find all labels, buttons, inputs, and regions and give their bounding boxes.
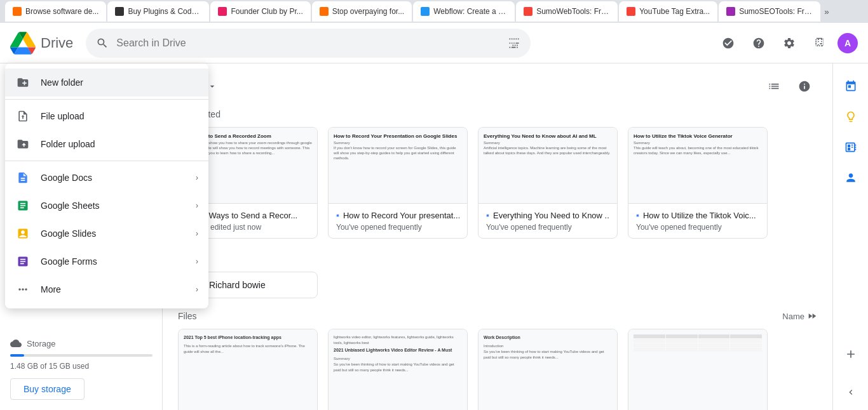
chevron-left-icon xyxy=(846,387,856,397)
new-folder-item[interactable]: New folder xyxy=(5,69,208,96)
doc-icon-1: ▪ xyxy=(336,210,339,220)
contacts-panel-button[interactable] xyxy=(838,165,864,190)
tab-7[interactable]: YouTube Tag Extra... xyxy=(619,1,717,22)
google-slides-icon xyxy=(15,226,31,241)
file-thumb-body-0: This is a form-reading article about how… xyxy=(184,343,312,355)
files-grid: 2021 Top 5 best iPhone location-tracking… xyxy=(178,329,817,410)
file-card-name-3: ▪ How to Utilize the Tiktok Voic... xyxy=(636,210,759,220)
calendar-icon xyxy=(844,80,857,93)
plus-icon xyxy=(844,348,857,360)
folder-upload-label: Folder upload xyxy=(41,139,198,149)
tab-6[interactable]: SumoWebTools: Fre... xyxy=(516,1,618,22)
storage-text-label: Storage xyxy=(27,339,56,348)
suggested-section-title: Suggested xyxy=(178,109,817,119)
sidebar: New folder File upload Fol xyxy=(0,63,163,410)
folder-upload-item[interactable]: Folder upload xyxy=(5,130,208,158)
file-thumb-tags-1: lightworks video editor, lightworks feat… xyxy=(334,334,462,346)
files-section-header: Files Name xyxy=(178,311,817,321)
file-card-thumb-2: Everything You Need to Know about AI and… xyxy=(478,128,617,204)
thumb-text-3: SummaryThis guide will teach you about, … xyxy=(634,141,762,155)
tasks-panel-button[interactable] xyxy=(838,135,864,160)
more-chevron-icon: › xyxy=(196,285,198,294)
file-thumb-card-2[interactable]: Work Description IntroductionSo you've b… xyxy=(478,329,618,410)
tab-label-1: Browse software de... xyxy=(25,7,98,16)
cloud-icon xyxy=(10,338,22,349)
google-sheets-label: Google Sheets xyxy=(41,201,186,211)
file-upload-item[interactable]: File upload xyxy=(5,102,208,130)
buy-storage-button[interactable]: Buy storage xyxy=(10,378,85,400)
file-thumb-inner-0: 2021 Top 5 best iPhone location-tracking… xyxy=(179,329,317,410)
help-button[interactable] xyxy=(746,30,771,56)
file-thumb-title-0: 2021 Top 5 best iPhone location-tracking… xyxy=(184,334,312,341)
check-circle-icon xyxy=(722,37,735,50)
file-thumb-card-3[interactable] xyxy=(628,329,768,410)
file-thumb-card-0[interactable]: 2021 Top 5 best iPhone location-tracking… xyxy=(178,329,318,410)
tab-1[interactable]: Browse software de... xyxy=(5,1,106,22)
file-thumb-card-1[interactable]: lightworks video editor, lightworks feat… xyxy=(328,329,468,410)
add-panel-button[interactable] xyxy=(838,341,864,367)
search-bar[interactable] xyxy=(86,29,531,58)
file-card-1[interactable]: How to Record Your Presentation on Googl… xyxy=(328,127,468,239)
view-list-button[interactable] xyxy=(761,74,787,99)
tab-favicon-8 xyxy=(726,7,735,16)
tab-label-4: Stop overpaying for... xyxy=(332,7,404,16)
settings-icon xyxy=(783,37,796,50)
thumb-title-2: Everything You Need to Know about AI and… xyxy=(484,133,612,140)
google-slides-item[interactable]: Google Slides › xyxy=(5,220,208,248)
more-item[interactable]: More › xyxy=(5,275,208,303)
info-button[interactable] xyxy=(792,74,817,99)
google-forms-item[interactable]: Google Forms › xyxy=(5,248,208,275)
avatar[interactable]: A xyxy=(837,33,858,53)
file-thumb-inner-3 xyxy=(628,329,767,410)
calendar-panel-button[interactable] xyxy=(838,74,864,99)
google-docs-label: Google Docs xyxy=(41,173,186,183)
tab-label-3: Founder Club by Pr... xyxy=(231,7,302,16)
google-sheets-item[interactable]: Google Sheets › xyxy=(5,192,208,220)
folders-section-header: Folders xyxy=(178,254,817,264)
status-check-button[interactable] xyxy=(715,30,741,56)
suggested-cards-grid: Ten Ways to Send a Recorded Zoom This gu… xyxy=(178,127,817,239)
storage-label: Storage xyxy=(10,338,153,349)
more-tabs-button[interactable]: » xyxy=(822,4,831,19)
tab-label-5: Webflow: Create a c... xyxy=(433,7,507,16)
tab-label-8: SumoSEOTools: Fre... xyxy=(739,7,813,16)
tab-favicon-1 xyxy=(13,7,22,16)
google-forms-label: Google Forms xyxy=(41,256,186,267)
tab-favicon-5 xyxy=(421,7,430,16)
apps-button[interactable] xyxy=(807,30,832,56)
new-menu-dropdown: New folder File upload Fol xyxy=(5,63,208,308)
sort-button[interactable]: Name xyxy=(782,311,817,321)
file-card-name-1: ▪ How to Record Your presentat... xyxy=(336,210,459,220)
tab-2[interactable]: Buy Plugins & Code... xyxy=(107,1,209,22)
file-card-2[interactable]: Everything You Need to Know about AI and… xyxy=(478,127,618,239)
tab-3[interactable]: Founder Club by Pr... xyxy=(210,1,310,22)
tab-4[interactable]: Stop overpaying for... xyxy=(312,1,412,22)
file-thumb-inner-2: Work Description IntroductionSo you've b… xyxy=(478,329,617,410)
contacts-icon xyxy=(844,171,857,184)
main-layout: New folder File upload Fol xyxy=(0,63,868,410)
google-docs-item[interactable]: Google Docs › xyxy=(5,164,208,192)
folders-list: Richard bowie xyxy=(178,272,817,298)
tab-8[interactable]: SumoSEOTools: Fre... xyxy=(719,1,820,22)
drive-logo[interactable]: Drive xyxy=(10,30,73,56)
content-header-actions xyxy=(761,74,817,99)
file-card-thumb-1: How to Record Your Presentation on Googl… xyxy=(329,128,467,204)
folder-name-0: Richard bowie xyxy=(209,280,266,290)
tab-label-6: SumoWebTools: Fre... xyxy=(536,7,610,16)
list-view-icon xyxy=(768,80,780,93)
tab-favicon-2 xyxy=(115,7,124,16)
tab-favicon-7 xyxy=(627,7,635,16)
file-upload-label: File upload xyxy=(41,111,198,121)
apps-icon xyxy=(813,37,826,50)
file-thumb-body-2: IntroductionSo you've been thinking of h… xyxy=(484,343,612,360)
settings-button[interactable] xyxy=(776,30,802,56)
new-folder-icon xyxy=(15,75,31,90)
search-input[interactable] xyxy=(116,37,500,49)
tab-5[interactable]: Webflow: Create a c... xyxy=(413,1,515,22)
file-card-3[interactable]: How to Utilize the Tiktok Voice Generato… xyxy=(628,127,768,239)
search-filter-icon[interactable] xyxy=(508,37,520,50)
title-dropdown-icon[interactable] xyxy=(207,81,217,91)
expand-panel-button[interactable] xyxy=(838,380,864,405)
content-header: Drive xyxy=(178,74,817,99)
keep-panel-button[interactable] xyxy=(838,104,864,129)
